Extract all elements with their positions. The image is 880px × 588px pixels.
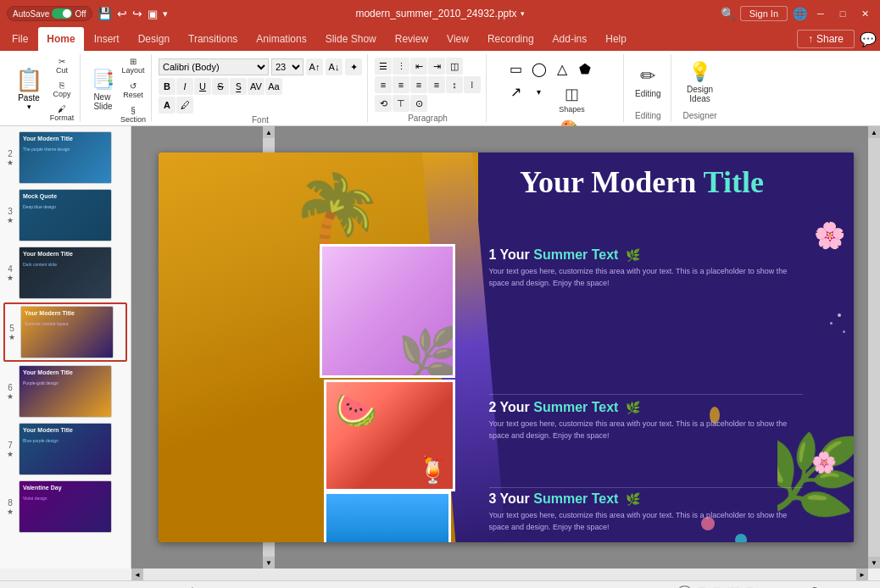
decrease-font-button[interactable]: A↓ xyxy=(326,58,343,75)
shape-more-icon[interactable]: ▾ xyxy=(528,80,550,103)
section3-body: Your text goes here, customize this area… xyxy=(489,510,803,533)
slide-thumb-5[interactable]: 5 ★ Your Modern Title Summer content lay… xyxy=(3,302,127,362)
slide-thumb-3[interactable]: 3 ★ Mock Quote Deep blue design xyxy=(3,187,127,243)
highlight-button[interactable]: 🖊 xyxy=(176,97,193,114)
tab-addins[interactable]: Add-ins xyxy=(544,27,596,51)
section-2: 2 Your Summer Text 🌿 Your text goes here… xyxy=(489,400,803,441)
comments-icon[interactable]: 💬 xyxy=(860,31,877,47)
char-spacing-button[interactable]: AV xyxy=(248,78,265,95)
slide-thumb-6[interactable]: 6 ★ Your Modern Title Purple-gold design xyxy=(3,363,127,419)
smartart-button[interactable]: ◫ xyxy=(446,58,463,75)
italic-button[interactable]: I xyxy=(176,78,193,95)
dropdown-icon[interactable]: ▾ xyxy=(521,9,525,18)
scroll-v-right[interactable]: ▲ ▼ xyxy=(868,126,880,569)
tab-animations[interactable]: Animations xyxy=(248,27,315,51)
tab-home[interactable]: Home xyxy=(38,27,83,51)
shape-icon-1[interactable]: ▭ xyxy=(505,58,527,80)
cut-button[interactable]: ✂ Cut xyxy=(49,54,75,76)
save-icon[interactable]: 💾 xyxy=(97,7,112,20)
tab-help[interactable]: Help xyxy=(597,27,635,51)
slide-title: Your Modern Title xyxy=(520,166,839,200)
shapes-button[interactable]: ◫ Shapes xyxy=(551,80,593,118)
tab-recording[interactable]: Recording xyxy=(479,27,543,51)
tab-transitions[interactable]: Transitions xyxy=(180,27,246,51)
convert-smartart-button[interactable]: ⊙ xyxy=(410,95,427,112)
win-minimize[interactable]: ─ xyxy=(812,5,829,22)
slide-info-icon[interactable]: ⊞ xyxy=(64,585,72,589)
line-spacing-button[interactable]: ↕ xyxy=(446,76,463,93)
sign-in-button[interactable]: Sign In xyxy=(740,6,788,21)
increase-indent-button[interactable]: ⇥ xyxy=(428,58,445,75)
slide-num-8: 8 xyxy=(8,498,13,508)
shape-icon-3[interactable]: △ xyxy=(551,58,573,80)
autosave-toggle[interactable] xyxy=(52,8,72,19)
undo-icon[interactable]: ↩ xyxy=(117,7,127,20)
font-color-button[interactable]: A xyxy=(159,97,175,114)
text-direction-button[interactable]: ⟲ xyxy=(375,95,392,112)
new-slide-label: New Slide xyxy=(93,92,112,111)
bold-button[interactable]: B xyxy=(159,78,175,95)
scroll-h[interactable]: ◄ ► xyxy=(131,569,868,580)
shadow-button[interactable]: S̲ xyxy=(230,78,247,95)
slide-img-3: Mock Quote Deep blue design xyxy=(19,189,112,241)
tab-view[interactable]: View xyxy=(438,27,477,51)
slide-thumb-8[interactable]: 8 ★ Valentine Day Violet design xyxy=(3,479,127,535)
restore-icon[interactable]: ▣ xyxy=(148,8,158,20)
section-button[interactable]: § Section xyxy=(120,103,146,125)
strikethrough-button[interactable]: S xyxy=(212,78,229,95)
tab-design[interactable]: Design xyxy=(130,27,178,51)
search-icon[interactable]: 🔍 xyxy=(721,7,735,20)
win-close[interactable]: ✕ xyxy=(856,5,873,22)
align-right-button[interactable]: ≡ xyxy=(410,76,427,93)
layout-button[interactable]: ⊞ Layout xyxy=(120,54,146,76)
slide-thumb-7[interactable]: 7 ★ Your Modern Title Blue-purple design xyxy=(3,421,127,477)
numbering-button[interactable]: ⋮ xyxy=(393,58,409,75)
world-icon[interactable]: 🌐 xyxy=(793,7,807,20)
autosave-state: Off xyxy=(75,9,86,19)
section2-heading: 2 Your Summer Text 🌿 xyxy=(489,400,803,415)
paragraph-label: Paragraph xyxy=(408,114,448,125)
win-maximize[interactable]: □ xyxy=(834,5,851,22)
decrease-indent-button[interactable]: ⇤ xyxy=(410,58,427,75)
tab-review[interactable]: Review xyxy=(387,27,437,51)
customize-icon[interactable]: ▾ xyxy=(163,8,168,19)
photo-1: 🌿 xyxy=(320,244,455,378)
increase-font-button[interactable]: A↑ xyxy=(306,58,323,75)
paste-button[interactable]: 📋 Paste ▾ xyxy=(10,64,47,114)
tab-file[interactable]: File xyxy=(3,27,36,51)
underline-button[interactable]: U xyxy=(194,78,211,95)
slide-num-7: 7 xyxy=(8,441,13,450)
clear-format-button[interactable]: ✦ xyxy=(345,58,362,75)
font-name-select[interactable]: Calibri (Body) xyxy=(159,58,269,75)
columns-button[interactable]: ⁞ xyxy=(464,76,481,93)
new-slide-button[interactable]: 📑 New Slide xyxy=(87,65,119,114)
format-painter-button[interactable]: 🖌 Format xyxy=(49,102,75,124)
share-button[interactable]: ↑ Share xyxy=(797,30,855,48)
slide-thumb-2[interactable]: 2 ★ Your Modern Title The purple theme d… xyxy=(3,130,127,186)
slide-thumb-4[interactable]: 4 ★ Your Modern Title Dark content slide xyxy=(3,245,127,301)
bullets-button[interactable]: ☰ xyxy=(375,58,392,75)
tab-slideshow[interactable]: Slide Show xyxy=(317,27,385,51)
justify-button[interactable]: ≡ xyxy=(428,76,445,93)
slide-star-3: ★ xyxy=(7,216,14,225)
align-center-button[interactable]: ≡ xyxy=(393,76,409,93)
font-size-select[interactable]: 23 xyxy=(271,58,304,75)
text-case-button[interactable]: Aa xyxy=(265,78,282,95)
reset-button[interactable]: ↺ Reset xyxy=(120,79,146,101)
shape-icon-5[interactable]: ↗ xyxy=(505,80,527,103)
design-ideas-button[interactable]: 💡 Design Ideas xyxy=(678,56,722,108)
tab-insert[interactable]: Insert xyxy=(86,27,128,51)
slide-img-8: Valentine Day Violet design xyxy=(19,480,112,533)
paste-dropdown[interactable]: ▾ xyxy=(27,103,31,111)
status-bar: Slide 5 of 8 ⊞ English (United States) ⚠… xyxy=(0,580,880,588)
align-left-button[interactable]: ≡ xyxy=(375,76,392,93)
editing-button[interactable]: ✏ Editing xyxy=(631,58,666,107)
autosave-badge[interactable]: AutoSave Off xyxy=(7,6,92,21)
comments-icon[interactable]: 💬 xyxy=(678,585,691,589)
font-label: Font xyxy=(252,115,269,126)
shape-icon-2[interactable]: ◯ xyxy=(528,58,550,80)
redo-icon[interactable]: ↪ xyxy=(132,7,142,20)
shape-icon-4[interactable]: ⬟ xyxy=(574,58,596,80)
copy-button[interactable]: ⎘ Copy xyxy=(49,78,75,100)
align-text-button[interactable]: ⊤ xyxy=(393,95,409,112)
